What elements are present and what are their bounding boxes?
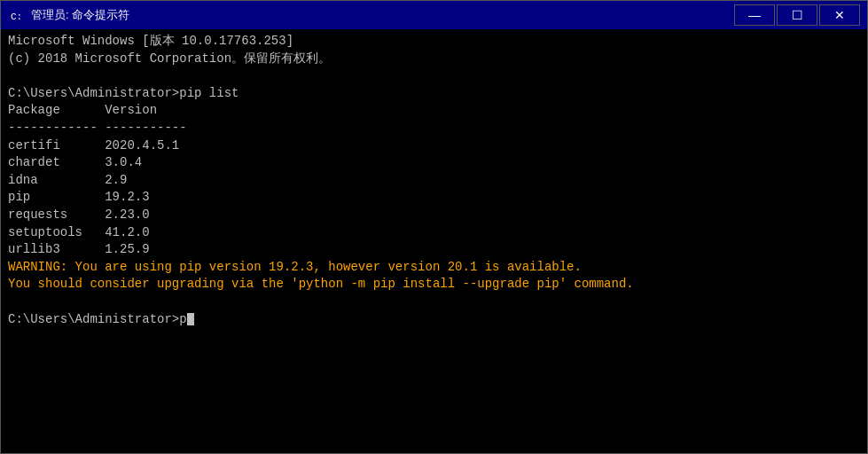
maximize-button[interactable]: ☐ bbox=[777, 4, 817, 26]
terminal-line: C:\Users\Administrator>p bbox=[8, 311, 860, 329]
cursor bbox=[187, 313, 194, 325]
close-button[interactable]: ✕ bbox=[819, 4, 860, 26]
terminal-line: requests 2.23.0 bbox=[8, 207, 860, 224]
terminal-line: certifi 2020.4.5.1 bbox=[8, 137, 860, 155]
terminal-line: pip 19.2.3 bbox=[8, 189, 860, 207]
cmd-window: C:\ 管理员: 命令提示符 — ☐ ✕ Microsoft Windows [… bbox=[0, 0, 868, 454]
terminal-line: setuptools 41.2.0 bbox=[8, 224, 860, 242]
terminal-line: (c) 2018 Microsoft Corporation。保留所有权利。 bbox=[8, 51, 860, 68]
window-title: 管理员: 命令提示符 bbox=[31, 7, 129, 23]
terminal-line: You should consider upgrading via the 'p… bbox=[8, 276, 860, 294]
terminal-line bbox=[8, 294, 860, 311]
title-buttons: — ☐ ✕ bbox=[734, 4, 860, 26]
title-bar-left: C:\ 管理员: 命令提示符 bbox=[8, 7, 129, 23]
terminal-line: WARNING: You are using pip version 19.2.… bbox=[8, 259, 860, 277]
terminal-line: Package Version bbox=[8, 102, 860, 120]
terminal-line: ------------ ----------- bbox=[8, 120, 860, 137]
minimize-button[interactable]: — bbox=[734, 4, 775, 26]
terminal-line: idna 2.9 bbox=[8, 172, 860, 190]
terminal-line bbox=[8, 67, 860, 85]
terminal-line: C:\Users\Administrator>pip list bbox=[8, 85, 860, 103]
terminal-area[interactable]: Microsoft Windows [版本 10.0.17763.253](c)… bbox=[1, 29, 867, 453]
terminal-line: Microsoft Windows [版本 10.0.17763.253] bbox=[8, 33, 860, 51]
terminal-line: urllib3 1.25.9 bbox=[8, 241, 860, 259]
cmd-icon: C:\ bbox=[8, 7, 24, 23]
svg-text:C:\: C:\ bbox=[11, 12, 23, 22]
terminal-line: chardet 3.0.4 bbox=[8, 154, 860, 172]
title-bar: C:\ 管理员: 命令提示符 — ☐ ✕ bbox=[1, 1, 867, 29]
